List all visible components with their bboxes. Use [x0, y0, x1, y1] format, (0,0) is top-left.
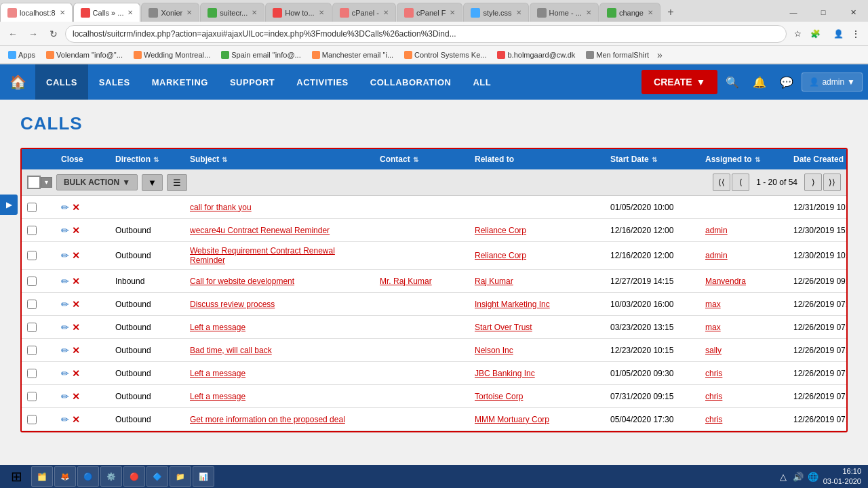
td-subject[interactable]: Get more information on the proposed dea…: [184, 411, 374, 428]
tab-close-btn[interactable]: ✕: [319, 9, 324, 16]
row-checkbox[interactable]: [27, 392, 37, 401]
th-assigned-to[interactable]: Assigned to ⇅: [700, 155, 788, 164]
tab-home[interactable]: Home - ... ✕: [530, 3, 599, 22]
th-contact[interactable]: Contact ⇅: [374, 155, 469, 164]
td-assigned-to[interactable]: admin: [700, 222, 788, 239]
edit-icon[interactable]: ✏: [61, 414, 69, 425]
edit-icon[interactable]: ✏: [61, 225, 69, 236]
maximize-button[interactable]: □: [808, 3, 838, 22]
taskbar-settings[interactable]: ⚙️: [100, 466, 122, 487]
td-checkbox[interactable]: [22, 222, 56, 239]
home-nav-button[interactable]: 🏠: [0, 64, 35, 100]
next-page-button[interactable]: ⟩: [804, 174, 822, 191]
delete-icon[interactable]: ✕: [72, 345, 80, 356]
taskbar-chrome[interactable]: 🔵: [77, 466, 99, 487]
th-date-created[interactable]: Date Created ⇅: [788, 155, 848, 164]
admin-user-button[interactable]: 👤 admin ▼: [802, 73, 863, 92]
td-checkbox[interactable]: [22, 199, 56, 216]
edit-icon[interactable]: ✏: [61, 250, 69, 261]
tab-cpanel2[interactable]: cPanel F ✕: [397, 3, 462, 22]
td-assigned-to[interactable]: sally: [700, 342, 788, 359]
bookmark-formalshirt[interactable]: Men formalShirt: [582, 49, 653, 60]
row-checkbox[interactable]: [27, 226, 37, 235]
edit-icon[interactable]: ✏: [61, 202, 69, 213]
delete-icon[interactable]: ✕: [72, 276, 80, 287]
select-all-checkbox[interactable]: [27, 176, 41, 189]
row-checkbox[interactable]: [27, 346, 37, 355]
th-start-date[interactable]: Start Date ⇅: [605, 155, 700, 164]
td-assigned-to[interactable]: max: [700, 296, 788, 313]
tab-close-btn[interactable]: ✕: [383, 9, 389, 16]
td-checkbox[interactable]: [22, 411, 56, 428]
tray-arrow-icon[interactable]: △: [777, 470, 789, 483]
tab-close-btn[interactable]: ✕: [127, 9, 133, 16]
menu-icon[interactable]: ⋮: [848, 26, 864, 42]
bookmark-holmgaard[interactable]: b.holmgaard@cw.dk: [493, 49, 579, 60]
close-button[interactable]: ✕: [838, 3, 868, 22]
taskbar-edge[interactable]: 🔷: [146, 466, 168, 487]
edit-icon[interactable]: ✏: [61, 322, 69, 333]
bookmark-apps[interactable]: Apps: [4, 49, 39, 60]
taskbar-firefox[interactable]: 🦊: [54, 466, 76, 487]
address-input[interactable]: localhost/suitcrm/index.php?action=ajaxu…: [65, 25, 787, 43]
row-checkbox[interactable]: [27, 300, 37, 309]
th-direction[interactable]: Direction ⇅: [110, 155, 184, 164]
td-related-to[interactable]: Reliance Corp: [469, 222, 605, 239]
tab-cpanel1[interactable]: cPanel - ✕: [332, 3, 396, 22]
delete-icon[interactable]: ✕: [72, 250, 80, 261]
td-assigned-to[interactable]: chris: [700, 411, 788, 428]
td-assigned-to[interactable]: chris: [700, 388, 788, 405]
td-related-to[interactable]: Reliance Corp: [469, 247, 605, 264]
td-checkbox[interactable]: [22, 247, 56, 264]
delete-icon[interactable]: ✕: [72, 202, 80, 213]
sidebar-toggle-button[interactable]: ▶: [0, 195, 18, 215]
delete-icon[interactable]: ✕: [72, 414, 80, 425]
td-related-to[interactable]: MMM Mortuary Corp: [469, 411, 605, 428]
bookmark-google-4[interactable]: Manchester email "i...: [308, 49, 397, 60]
taskbar-file-explorer[interactable]: 🗂️: [31, 466, 53, 487]
td-related-to[interactable]: Insight Marketing Inc: [469, 296, 605, 313]
network-icon[interactable]: 🌐: [807, 470, 819, 483]
taskbar-opera[interactable]: 🔴: [123, 466, 145, 487]
profile-icon[interactable]: 👤: [830, 26, 846, 42]
th-close[interactable]: Close: [56, 155, 110, 164]
notifications-icon-button[interactable]: 🔔: [747, 70, 772, 94]
prev-page-button[interactable]: ⟨: [732, 174, 749, 191]
messages-icon-button[interactable]: 💬: [774, 70, 799, 94]
volume-icon[interactable]: 🔊: [792, 470, 804, 483]
nav-item-all[interactable]: ALL: [462, 64, 502, 100]
row-checkbox[interactable]: [27, 415, 37, 424]
bookmark-google-3[interactable]: Spain email "info@...: [217, 49, 305, 60]
tab-close-btn[interactable]: ✕: [450, 9, 455, 16]
list-view-button[interactable]: ☰: [167, 174, 187, 191]
td-assigned-to[interactable]: max: [700, 319, 788, 336]
refresh-button[interactable]: ↻: [45, 25, 62, 43]
td-subject[interactable]: call for thank you: [184, 199, 374, 216]
row-checkbox[interactable]: [27, 277, 37, 286]
tab-xonier[interactable]: Xonier ✕: [141, 3, 199, 22]
td-subject[interactable]: Left a message: [184, 365, 374, 382]
extensions-icon[interactable]: 🧩: [807, 26, 823, 42]
td-checkbox[interactable]: [22, 272, 56, 290]
tab-suitecr[interactable]: suitecr... ✕: [200, 3, 264, 22]
taskbar-folder[interactable]: 📁: [170, 466, 191, 487]
forward-button[interactable]: →: [24, 25, 42, 43]
row-checkbox[interactable]: [27, 323, 37, 332]
tab-close-btn[interactable]: ✕: [60, 9, 65, 16]
first-page-button[interactable]: ⟨⟨: [713, 174, 730, 191]
td-subject[interactable]: Call for website development: [184, 272, 374, 290]
td-subject[interactable]: Bad time, will call back: [184, 342, 374, 359]
td-assigned-to[interactable]: Manvendra: [700, 272, 788, 290]
td-assigned-to[interactable]: chris: [700, 365, 788, 382]
th-subject[interactable]: Subject ⇅: [184, 155, 374, 164]
nav-item-collaboration[interactable]: COLLABORATION: [359, 64, 462, 100]
td-contact[interactable]: Mr. Raj Kumar: [374, 272, 469, 290]
td-checkbox[interactable]: [22, 388, 56, 405]
row-checkbox[interactable]: [27, 251, 37, 260]
select-dropdown-arrow[interactable]: ▼: [41, 177, 52, 188]
tab-close-btn[interactable]: ✕: [186, 9, 192, 16]
td-assigned-to[interactable]: admin: [700, 247, 788, 264]
edit-icon[interactable]: ✏: [61, 391, 69, 402]
td-related-to[interactable]: Tortoise Corp: [469, 388, 605, 405]
delete-icon[interactable]: ✕: [72, 299, 80, 310]
